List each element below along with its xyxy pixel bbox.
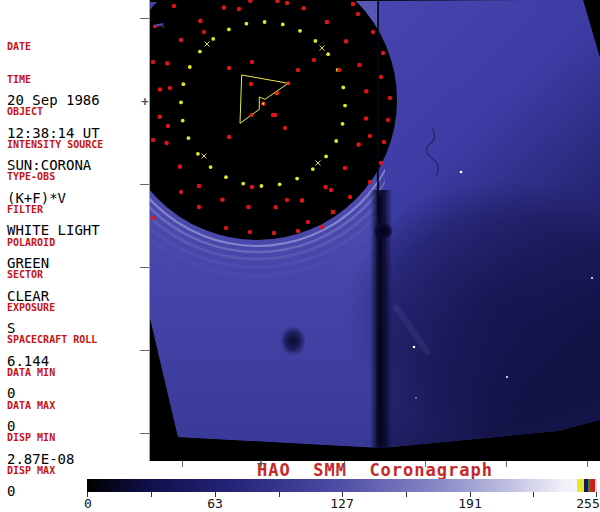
metadata-field-label: DISP MAX bbox=[7, 465, 74, 476]
calibration-ring-dot bbox=[182, 82, 186, 86]
bottom-axis-tick bbox=[344, 461, 345, 467]
calibration-dot bbox=[356, 12, 360, 16]
calibration-dot bbox=[151, 216, 155, 220]
calibration-dot bbox=[329, 188, 333, 192]
calibration-dot bbox=[151, 138, 155, 142]
calibration-dot bbox=[197, 205, 201, 209]
left-axis-tick bbox=[140, 184, 149, 185]
calibration-ring-dot bbox=[164, 141, 169, 146]
calibration-ring-dot bbox=[197, 184, 202, 189]
calibration-ring-dot bbox=[165, 61, 170, 66]
calibration-dot bbox=[179, 190, 183, 194]
calibration-ring-dot bbox=[325, 20, 330, 25]
calibration-ring-dot bbox=[245, 22, 249, 26]
calibration-ring-dot bbox=[343, 104, 347, 108]
calibration-dot bbox=[386, 118, 390, 122]
left-axis-tick bbox=[140, 267, 149, 268]
calibration-ring-dot bbox=[224, 175, 228, 179]
colorbar-tick bbox=[151, 492, 152, 497]
colorbar-tick-label: 63 bbox=[207, 496, 223, 511]
calibration-dot bbox=[227, 135, 231, 139]
calibration-dot bbox=[379, 161, 383, 165]
colorbar bbox=[87, 479, 597, 492]
calibration-ring-dot bbox=[196, 152, 200, 156]
calibration-dot bbox=[172, 4, 176, 8]
calibration-ring-dot bbox=[178, 164, 183, 169]
calibration-dot bbox=[237, 7, 241, 11]
calibration-ring-dot bbox=[301, 6, 306, 11]
bottom-axis-tick bbox=[425, 461, 426, 467]
calibration-dot bbox=[285, 1, 289, 5]
calibration-ring-dot bbox=[326, 52, 330, 56]
colorbar-tick bbox=[279, 492, 280, 497]
star-speck bbox=[413, 346, 416, 349]
calibration-dot bbox=[320, 225, 324, 229]
left-axis-plus-mark: + bbox=[141, 95, 149, 108]
bottom-axis-tick bbox=[587, 461, 588, 467]
calibration-ring-dot bbox=[341, 122, 345, 126]
calibration-dot bbox=[368, 180, 372, 184]
colorbar-end-stripe bbox=[595, 479, 597, 492]
pylon-line bbox=[377, 0, 379, 215]
colorbar-tick-label: 255 bbox=[576, 496, 599, 511]
calibration-dot bbox=[250, 60, 254, 64]
calibration-ring-dot bbox=[158, 114, 163, 119]
flag-vertex-dot bbox=[275, 91, 279, 95]
calibration-ring-dot bbox=[344, 39, 349, 44]
colorbar-tick-label: 127 bbox=[330, 496, 353, 511]
coronagraph-viewer-window: DATE 20 Sep 1986 TIME 12:38:14 UT OBJECT… bbox=[0, 0, 600, 512]
calibration-dot bbox=[249, 82, 253, 86]
colorbar-tick-label: 0 bbox=[84, 496, 92, 511]
calibration-ring-dot bbox=[298, 29, 302, 33]
calibration-ring-dot bbox=[260, 184, 264, 188]
calibration-dot bbox=[371, 30, 375, 34]
colorbar-tick bbox=[406, 492, 407, 497]
calibration-ring-dot bbox=[314, 39, 318, 43]
calibration-ring-dot bbox=[311, 167, 315, 171]
calibration-ring-dot bbox=[211, 37, 215, 41]
calibration-ring-dot bbox=[334, 139, 338, 143]
calibration-ring-dot bbox=[273, 205, 278, 210]
calibration-dot bbox=[382, 140, 386, 144]
calibration-ring-dot bbox=[222, 5, 227, 10]
calibration-dot bbox=[271, 113, 275, 117]
calibration-dot bbox=[368, 134, 372, 138]
left-axis-tick bbox=[140, 433, 149, 434]
sun-center-marker-core bbox=[262, 103, 264, 105]
metadata-panel: DATE 20 Sep 1986 TIME 12:38:14 UT OBJECT… bbox=[0, 0, 149, 461]
calibration-dot bbox=[224, 226, 228, 230]
calibration-ring-dot bbox=[188, 65, 192, 69]
coronagraph-image-canvas bbox=[150, 0, 600, 461]
calibration-ring-dot bbox=[198, 50, 202, 54]
star-speck bbox=[460, 171, 463, 174]
calibration-ring-dot bbox=[158, 87, 163, 92]
calibration-dot bbox=[388, 96, 392, 100]
calibration-ring-dot bbox=[364, 89, 369, 94]
dust-blob bbox=[280, 326, 306, 356]
calibration-dot bbox=[312, 58, 316, 62]
calibration-ring-dot bbox=[323, 185, 328, 190]
calibration-ring-dot bbox=[220, 197, 225, 202]
calibration-ring-dot bbox=[187, 136, 191, 140]
bottom-axis-tick bbox=[182, 461, 183, 467]
bottom-axis-plus-mark: + bbox=[257, 457, 265, 470]
calibration-ring-dot bbox=[209, 165, 213, 169]
calibration-ring-dot bbox=[341, 86, 345, 90]
calibration-dot bbox=[202, 30, 206, 34]
calibration-ring-dot bbox=[356, 142, 361, 147]
calibration-ring-dot bbox=[263, 20, 267, 24]
metadata-field: DISP MAX 1.00E-08 bbox=[7, 427, 74, 512]
calibration-dot bbox=[381, 51, 385, 55]
calibration-dot bbox=[337, 68, 341, 72]
calibration-ring-dot bbox=[181, 119, 185, 123]
colorbar-tick-label: 191 bbox=[458, 496, 481, 511]
flag-vertex-dot bbox=[286, 81, 290, 85]
calibration-dot bbox=[168, 86, 172, 90]
calibration-ring-dot bbox=[241, 182, 245, 186]
calibration-ring-dot bbox=[227, 28, 231, 32]
left-axis-tick bbox=[140, 350, 149, 351]
star-speck bbox=[591, 277, 593, 279]
bottom-axis-tick bbox=[506, 461, 507, 467]
calibration-ring-dot bbox=[278, 182, 282, 186]
calibration-dot bbox=[283, 126, 287, 130]
